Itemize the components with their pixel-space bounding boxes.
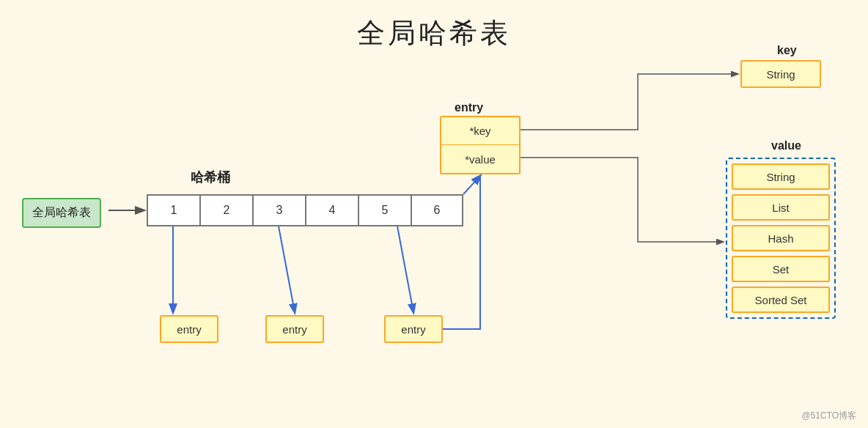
- global-hashtable-box: 全局哈希表: [22, 198, 101, 228]
- value-list-box: List: [732, 194, 830, 221]
- value-label: value: [771, 139, 801, 152]
- value-sorted-set-box: Sorted Set: [732, 287, 830, 313]
- bucket-row: 1 2 3 4 5 6: [147, 194, 463, 226]
- bucket-cell-1: 1: [147, 194, 199, 226]
- entry-box-2: entry: [265, 315, 324, 343]
- svg-line-4: [463, 176, 480, 194]
- key-string-box: String: [740, 60, 821, 88]
- bucket-cell-3: 3: [252, 194, 305, 226]
- entry-value-row: *value: [441, 145, 519, 173]
- value-container: String List Hash Set Sorted Set: [726, 158, 836, 319]
- bucket-cell-6: 6: [411, 194, 463, 226]
- value-set-box: Set: [732, 256, 830, 282]
- entry-key-row: *key: [441, 117, 519, 145]
- bucket-cell-2: 2: [199, 194, 252, 226]
- entry-box-3: entry: [384, 315, 443, 343]
- svg-line-2: [279, 226, 295, 312]
- value-hash-box: Hash: [732, 225, 830, 251]
- bucket-label: 哈希桶: [191, 169, 230, 186]
- value-string-box: String: [732, 163, 830, 190]
- entry-upper-label: entry: [455, 101, 483, 114]
- entry-upper-box: *key *value: [440, 116, 521, 174]
- watermark: @51CTO博客: [801, 410, 856, 422]
- bucket-cell-5: 5: [358, 194, 411, 226]
- bucket-cell-4: 4: [305, 194, 358, 226]
- entry-box-1: entry: [160, 315, 218, 343]
- key-label: key: [777, 44, 797, 57]
- page-title: 全局哈希表: [0, 0, 868, 52]
- svg-line-3: [397, 226, 413, 312]
